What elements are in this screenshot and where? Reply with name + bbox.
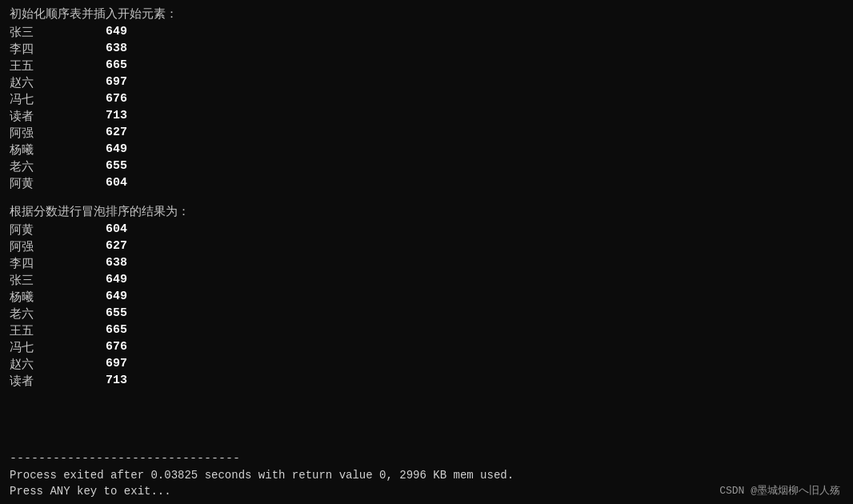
score-cell: 627	[106, 239, 127, 254]
name-cell: 李四	[10, 42, 106, 57]
score-cell: 649	[106, 142, 127, 158]
name-cell: 阿强	[10, 126, 106, 141]
score-cell: 697	[106, 75, 127, 90]
section1-header: 初始化顺序表并插入开始元素：	[10, 6, 843, 22]
score-cell: 604	[106, 222, 127, 238]
name-cell: 杨曦	[10, 290, 106, 305]
table-row: 杨曦649	[10, 142, 843, 158]
section2-data: 阿黄604阿强627李四638张三649杨曦649老六655王五665冯七676…	[10, 222, 843, 390]
score-cell: 665	[106, 58, 127, 74]
table-row: 李四638	[10, 256, 843, 271]
score-cell: 638	[106, 42, 127, 57]
table-row: 读者713	[10, 374, 843, 389]
section2-header: 根据分数进行冒泡排序的结果为：	[10, 204, 843, 219]
name-cell: 冯七	[10, 92, 106, 107]
section1-data: 张三649李四638王五665赵六697冯七676读者713阿强627杨曦649…	[10, 25, 843, 193]
score-cell: 638	[106, 256, 127, 271]
footer-left: -------------------------------- Process…	[10, 444, 514, 498]
table-row: 王五665	[10, 323, 843, 338]
score-cell: 649	[106, 290, 127, 305]
process-line: Process exited after 0.03825 seconds wit…	[10, 469, 514, 482]
table-row: 老六655	[10, 306, 843, 322]
table-row: 阿强627	[10, 126, 843, 141]
name-cell: 王五	[10, 323, 106, 338]
table-row: 阿强627	[10, 239, 843, 254]
score-cell: 604	[106, 176, 127, 191]
terminal-window: 初始化顺序表并插入开始元素： 张三649李四638王五665赵六697冯七676…	[0, 0, 853, 504]
table-row: 阿黄604	[10, 176, 843, 191]
name-cell: 读者	[10, 374, 106, 389]
table-row: 冯七676	[10, 92, 843, 107]
score-cell: 676	[106, 92, 127, 107]
score-cell: 697	[106, 357, 127, 372]
name-cell: 老六	[10, 159, 106, 174]
table-row: 李四638	[10, 42, 843, 57]
name-cell: 阿黄	[10, 176, 106, 191]
score-cell: 655	[106, 306, 127, 322]
table-row: 阿黄604	[10, 222, 843, 238]
score-cell: 676	[106, 340, 127, 355]
name-cell: 阿黄	[10, 222, 106, 238]
name-cell: 读者	[10, 109, 106, 124]
score-cell: 627	[106, 126, 127, 141]
press-line: Press ANY key to exit...	[10, 485, 514, 498]
name-cell: 老六	[10, 306, 106, 322]
name-cell: 赵六	[10, 357, 106, 372]
name-cell: 王五	[10, 58, 106, 74]
table-row: 张三649	[10, 25, 843, 40]
name-cell: 张三	[10, 25, 106, 40]
table-row: 张三649	[10, 273, 843, 288]
name-cell: 张三	[10, 273, 106, 288]
bottom-bar: -------------------------------- Process…	[10, 444, 843, 498]
name-cell: 杨曦	[10, 142, 106, 158]
name-cell: 李四	[10, 256, 106, 271]
score-cell: 665	[106, 323, 127, 338]
watermark: CSDN @墨城烟柳へ旧人殇	[719, 483, 843, 498]
name-cell: 冯七	[10, 340, 106, 355]
score-cell: 655	[106, 159, 127, 174]
table-row: 杨曦649	[10, 290, 843, 305]
table-row: 王五665	[10, 58, 843, 74]
table-row: 赵六697	[10, 357, 843, 372]
table-row: 冯七676	[10, 340, 843, 355]
table-row: 赵六697	[10, 75, 843, 90]
table-row: 读者713	[10, 109, 843, 124]
name-cell: 赵六	[10, 75, 106, 90]
divider: --------------------------------	[10, 452, 514, 466]
score-cell: 649	[106, 25, 127, 40]
table-row: 老六655	[10, 159, 843, 174]
score-cell: 713	[106, 109, 127, 124]
score-cell: 649	[106, 273, 127, 288]
score-cell: 713	[106, 374, 127, 389]
name-cell: 阿强	[10, 239, 106, 254]
